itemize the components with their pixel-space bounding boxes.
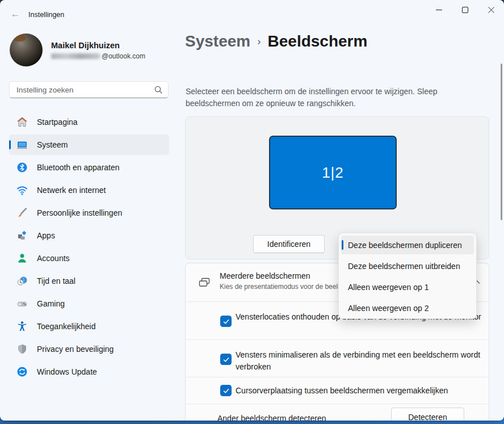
monitor-label: 1|2 — [322, 164, 344, 182]
sidebar-item-netwerk[interactable]: Netwerk en internet — [9, 180, 169, 200]
detect-display-label: Ander beeldscherm detecteren — [217, 414, 326, 421]
email-domain: @outlook.com — [102, 52, 145, 60]
sidebar-item-label: Persoonlijke instellingen — [37, 208, 122, 217]
multiple-displays-icon — [198, 276, 211, 292]
breadcrumb-parent[interactable]: Systeem — [185, 32, 250, 51]
accounts-icon — [16, 253, 28, 264]
checkbox-ease-cursor[interactable] — [220, 385, 232, 396]
network-icon — [16, 184, 28, 196]
check-icon — [222, 318, 230, 325]
sidebar-item-label: Gaming — [37, 299, 65, 308]
minimize-button[interactable] — [426, 0, 452, 19]
breadcrumb: Systeem › Beeldscherm — [185, 32, 367, 51]
sidebar-item-label: Apps — [37, 231, 55, 240]
time-language-icon — [16, 275, 28, 287]
sidebar-item-bluetooth[interactable]: Bluetooth en apparaten — [9, 157, 169, 178]
sidebar-item-startpagina[interactable]: Startpagina — [9, 112, 169, 132]
monitor-preview[interactable]: 1|2 — [269, 136, 397, 209]
windows-update-icon — [16, 366, 28, 377]
sidebar-nav: Startpagina Systeem Bluetooth en apparat… — [9, 112, 169, 384]
personalization-brush-icon — [16, 207, 28, 219]
system-icon — [16, 139, 28, 150]
sidebar-item-label: Windows Update — [37, 367, 97, 376]
profile-name: Maikel Dijkhuizen — [51, 41, 120, 50]
sidebar-item-apps[interactable]: Apps — [9, 225, 169, 246]
sidebar-item-toegankelijkheid[interactable]: Toegankelijkheid — [9, 316, 169, 337]
sidebar-item-label: Startpagina — [37, 117, 78, 127]
privacy-shield-icon — [16, 343, 28, 355]
sidebar-item-label: Privacy en beveiliging — [37, 345, 114, 354]
maximize-button[interactable] — [452, 0, 478, 19]
check-icon — [222, 387, 230, 394]
check-icon — [222, 356, 230, 363]
home-icon — [16, 116, 28, 128]
profile-email: @outlook.com — [51, 52, 145, 60]
checkbox-label: Cursorverplaatsing tussen beeldschermen … — [236, 385, 448, 397]
sidebar-item-windows-update[interactable]: Windows Update — [9, 362, 169, 382]
settings-window: ← Instellingen Maikel Dijkhuizen @outloo… — [0, 0, 504, 421]
page-title: Beeldscherm — [268, 32, 368, 51]
checkbox-remember-window-locations[interactable] — [220, 316, 232, 327]
sidebar-item-label: Netwerk en internet — [37, 186, 106, 195]
bluetooth-icon — [16, 162, 28, 173]
sidebar-item-label: Bluetooth en apparaten — [37, 163, 120, 172]
sidebar-item-tijd-en-taal[interactable]: Tijd en taal — [9, 271, 169, 291]
vertical-scrollbar-thumb[interactable] — [501, 64, 502, 220]
maximize-icon — [462, 7, 468, 13]
sidebar-item-gaming[interactable]: Gaming — [9, 293, 169, 314]
accessibility-icon — [16, 321, 28, 332]
checkbox-minimize-windows[interactable] — [220, 354, 232, 365]
back-button[interactable]: ← — [7, 7, 24, 22]
flyout-item-show-only-2[interactable]: Alleen weergeven op 2 — [341, 299, 474, 317]
sidebar-item-persoonlijke-instellingen[interactable]: Persoonlijke instellingen — [9, 203, 169, 223]
app-title: Instellingen — [28, 11, 64, 19]
apps-icon — [16, 230, 28, 241]
close-button[interactable] — [478, 0, 504, 19]
setting-row-minimize-windows: Vensters minimaliseren als de verbinding… — [186, 339, 489, 377]
sidebar-item-label: Systeem — [37, 140, 68, 149]
back-arrow-icon: ← — [11, 9, 20, 20]
breadcrumb-separator-icon: › — [257, 35, 261, 48]
checkbox-label: Vensters minimaliseren als de verbinding… — [236, 349, 488, 373]
sidebar-item-accounts[interactable]: Accounts — [9, 248, 169, 268]
setting-row-detect-display: Ander beeldscherm detecteren Detecteren — [186, 404, 489, 421]
email-redacted-blur — [51, 53, 100, 59]
search-input[interactable] — [10, 86, 154, 94]
search-icon[interactable] — [154, 86, 162, 94]
sidebar-item-systeem[interactable]: Systeem — [9, 135, 169, 155]
close-icon — [488, 7, 494, 13]
search-box — [9, 81, 169, 98]
sidebar-item-label: Accounts — [37, 254, 70, 263]
avatar — [10, 33, 43, 66]
detect-button[interactable]: Detecteren — [391, 408, 464, 421]
flyout-item-extend[interactable]: Deze beeldschermen uitbreiden — [341, 257, 474, 275]
flyout-item-duplicate[interactable]: Deze beeldschermen dupliceren — [341, 236, 474, 254]
flyout-item-show-only-1[interactable]: Alleen weergeven op 1 — [341, 278, 474, 296]
gaming-icon — [16, 298, 28, 309]
minimize-icon — [436, 7, 442, 13]
setting-row-ease-cursor: Cursorverplaatsing tussen beeldschermen … — [186, 377, 489, 404]
sidebar-item-privacy[interactable]: Privacy en beveiliging — [9, 339, 169, 359]
identify-button[interactable]: Identificeren — [253, 235, 325, 253]
sidebar-item-label: Toegankelijkheid — [37, 322, 96, 331]
sidebar-item-label: Tijd en taal — [37, 276, 75, 286]
display-mode-flyout: Deze beeldschermen dupliceren Deze beeld… — [338, 233, 477, 319]
window-controls — [426, 0, 504, 19]
page-description: Selecteer een beeldscherm om de instelli… — [186, 86, 452, 110]
